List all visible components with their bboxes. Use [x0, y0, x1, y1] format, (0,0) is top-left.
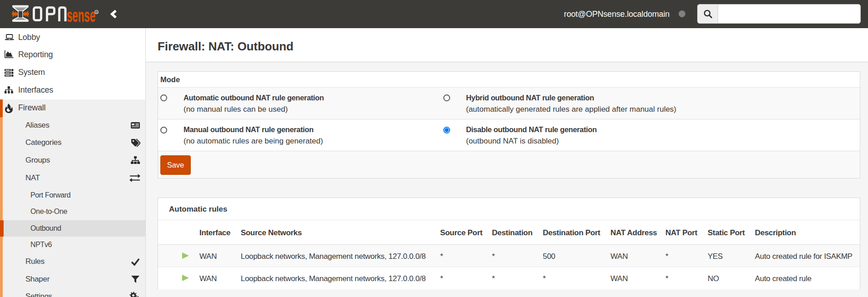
svg-text:R: R [96, 11, 98, 14]
svg-text:sense: sense [67, 5, 95, 25]
